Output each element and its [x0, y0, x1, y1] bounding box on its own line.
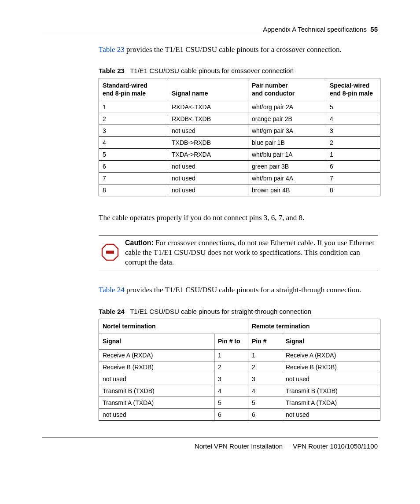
table-24-caption: Table 24 T1/E1 CSU/DSU cable pinouts for…	[99, 308, 378, 315]
table-cell: wht/grn pair 3A	[248, 125, 326, 137]
table-row: 4TXDB->RXDBblue pair 1B2	[99, 137, 380, 149]
table-cell: 1	[214, 349, 248, 361]
page-header: Appendix A Technical specifications 55	[42, 26, 378, 33]
table-cell: Transmit A (TXDA)	[282, 397, 380, 408]
table-cell: 8	[99, 184, 168, 196]
svg-rect-1	[106, 251, 114, 254]
table-cell: 5	[214, 397, 248, 408]
t24-span1: Nortel termination	[99, 319, 248, 334]
intro-paragraph-3: Table 24 provides the T1/E1 CSU/DSU cabl…	[99, 285, 378, 295]
table-cell: 7	[99, 173, 168, 184]
header-rule	[42, 35, 378, 35]
table-cell: 2	[214, 361, 248, 373]
table-cell: RXDA<-TXDA	[168, 101, 248, 113]
table-cell: Receive A (RXDA)	[99, 349, 214, 361]
table-cell: Receive B (RXDB)	[282, 361, 380, 373]
caution-icon	[101, 243, 119, 261]
table-row: 1RXDA<-TXDAwht/org pair 2A5	[99, 101, 380, 113]
table-23-caption: Table 23 T1/E1 CSU/DSU cable pinouts for…	[99, 67, 378, 74]
table-cell: 6	[248, 408, 282, 420]
table-row: Receive B (RXDB)22Receive B (RXDB)	[99, 361, 380, 373]
table-cell: 3	[326, 125, 380, 137]
table-23-link[interactable]: Table 23	[99, 45, 125, 54]
table-cell: 7	[326, 173, 380, 184]
table-cell: 6	[326, 161, 380, 173]
table-cell: 2	[99, 113, 168, 125]
t24-h-pin-a: Pin # to	[214, 334, 248, 349]
table-row: Receive A (RXDA)11Receive A (RXDA)	[99, 349, 380, 361]
table-cell: TXDB->RXDB	[168, 137, 248, 149]
table-cell: 4	[326, 113, 380, 125]
t23-h2: Signal name	[168, 78, 248, 101]
table-cell: Receive A (RXDA)	[282, 349, 380, 361]
table-cell: green pair 3B	[248, 161, 326, 173]
table-cell: not used	[168, 161, 248, 173]
t23-h3: Pair numberand conductor	[248, 78, 326, 101]
table-cell: 6	[214, 408, 248, 420]
caution-text: Caution: For crossover connections, do n…	[125, 235, 378, 271]
t24-h-signal2: Signal	[282, 334, 380, 349]
table-cell: not used	[168, 184, 248, 196]
table-cell: 5	[326, 101, 380, 113]
table-cell: blue pair 1B	[248, 137, 326, 149]
header-section: Appendix A Technical specifications	[263, 26, 367, 33]
table-cell: 5	[248, 397, 282, 408]
table-row: 5TXDA->RXDAwht/blu pair 1A1	[99, 149, 380, 161]
table-row: 2RXDB<-TXDBorange pair 2B4	[99, 113, 380, 125]
table-cell: Receive B (RXDB)	[99, 361, 214, 373]
table-23-caption-title: T1/E1 CSU/DSU cable pinouts for crossove…	[130, 67, 294, 74]
table-row: Transmit B (TXDB)44Transmit B (TXDB)	[99, 385, 380, 397]
table-cell: wht/org pair 2A	[248, 101, 326, 113]
table-cell: wht/blu pair 1A	[248, 149, 326, 161]
t23-h1: Standard-wiredend 8-pin male	[99, 78, 168, 101]
table-cell: Transmit B (TXDB)	[99, 385, 214, 397]
table-row: 6not usedgreen pair 3B6	[99, 161, 380, 173]
table-cell: not used	[99, 408, 214, 420]
paragraph-2: The cable operates properly if you do no…	[99, 213, 378, 223]
table-cell: not used	[282, 373, 380, 385]
table-cell: wht/brn pair 4A	[248, 173, 326, 184]
table-cell: 4	[214, 385, 248, 397]
table-24: Nortel termination Remote termination Si…	[99, 319, 380, 421]
table-cell: not used	[99, 373, 214, 385]
table-cell: 1	[248, 349, 282, 361]
table-cell: 4	[248, 385, 282, 397]
table-cell: brown pair 4B	[248, 184, 326, 196]
table-cell: 2	[326, 137, 380, 149]
table-cell: Transmit B (TXDB)	[282, 385, 380, 397]
caution-label: Caution:	[125, 239, 154, 246]
table-24-caption-label: Table 24	[99, 308, 125, 315]
table-23: Standard-wiredend 8-pin male Signal name…	[99, 78, 380, 196]
table-cell: 1	[326, 149, 380, 161]
table-cell: 6	[99, 161, 168, 173]
table-cell: 3	[99, 125, 168, 137]
table-row: 8not usedbrown pair 4B8	[99, 184, 380, 196]
header-page-number: 55	[370, 26, 378, 33]
table-cell: Transmit A (TXDA)	[99, 397, 214, 408]
intro-paragraph-1: Table 23 provides the T1/E1 CSU/DSU cabl…	[99, 45, 378, 55]
table-cell: 3	[248, 373, 282, 385]
table-cell: TXDA->RXDA	[168, 149, 248, 161]
footer-rule	[42, 438, 378, 438]
table-cell: not used	[282, 408, 380, 420]
caution-box: Caution: For crossover connections, do n…	[99, 235, 378, 271]
table-cell: 1	[99, 101, 168, 113]
table-cell: 5	[99, 149, 168, 161]
t24-span2: Remote termination	[248, 319, 380, 334]
table-cell: not used	[168, 173, 248, 184]
table-row: not used66not used	[99, 408, 380, 420]
table-row: 3not usedwht/grn pair 3A3	[99, 125, 380, 137]
table-row: not used33not used	[99, 373, 380, 385]
table-23-caption-label: Table 23	[99, 67, 125, 74]
table-cell: 2	[248, 361, 282, 373]
table-24-link[interactable]: Table 24	[99, 286, 125, 294]
t24-h-pin-b: Pin #	[248, 334, 282, 349]
table-row: Transmit A (TXDA)55Transmit A (TXDA)	[99, 397, 380, 408]
table-cell: 8	[326, 184, 380, 196]
table-cell: 3	[214, 373, 248, 385]
t23-h4: Special-wiredend 8-pin male	[326, 78, 380, 101]
table-cell: 4	[99, 137, 168, 149]
table-cell: not used	[168, 125, 248, 137]
table-cell: orange pair 2B	[248, 113, 326, 125]
caution-body: For crossover connections, do not use Et…	[125, 239, 374, 266]
